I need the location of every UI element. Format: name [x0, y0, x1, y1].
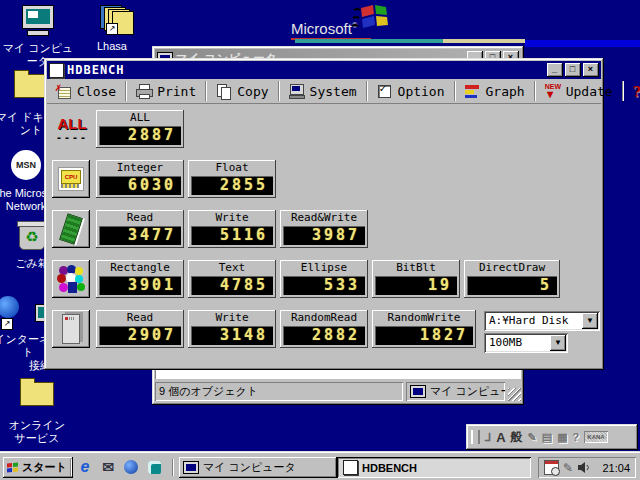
- ime-help-icon[interactable]: ?: [573, 431, 580, 443]
- hdbench-toolbar: ✗ Close Print Copy: [47, 79, 601, 104]
- shortcut-arrow-icon: ↗: [1, 318, 13, 330]
- ime-pen-icon[interactable]: ✎: [563, 461, 573, 475]
- wallpaper-microsoft-logo: Microsoft®: [291, 20, 358, 37]
- ime-pause-icon[interactable]: ⅃: [485, 431, 491, 444]
- maximize-button[interactable]: □: [565, 63, 581, 77]
- desktop-icon-label: Lhasa: [75, 40, 149, 53]
- drive-select-combobox[interactable]: A:¥Hard Disk ▼: [484, 311, 600, 331]
- checkbox-checked-icon: ✓: [377, 84, 392, 98]
- status-object-count: 9 個のオブジェクト: [155, 382, 403, 401]
- task-button-my-computer[interactable]: マイ コンピュータ: [179, 457, 337, 478]
- bench-panel-ellipse: Ellipse 533: [280, 260, 368, 298]
- hdbench-titlebar: HDBENCH _ □ ×: [47, 61, 601, 79]
- bench-panel-all: ALL 2887: [96, 110, 184, 148]
- cpu-category-icon: CPU: [52, 160, 90, 198]
- bar-graph-icon: [465, 84, 480, 98]
- bench-panel-rectangle: Rectangle 3901: [96, 260, 184, 298]
- graphics-category-icon: [52, 260, 90, 298]
- mail-icon[interactable]: ✉: [99, 458, 117, 476]
- copy-pages-icon: [216, 84, 231, 98]
- all-category-icon: ALL ----: [52, 110, 92, 148]
- bench-panel-float: Float 2855: [188, 160, 276, 198]
- bench-panel-disk-write: Write 3148: [188, 310, 276, 348]
- led-display: 4785: [191, 276, 273, 295]
- led-display: 5116: [191, 226, 273, 245]
- led-display: 2907: [99, 326, 181, 345]
- resize-grip[interactable]: [508, 388, 521, 401]
- hdbench-app-icon: [49, 63, 64, 78]
- hdbench-app-icon: [343, 460, 358, 475]
- system-tray: ✎ 21:04: [538, 457, 636, 478]
- ime-kana-button[interactable]: KANA: [584, 431, 607, 443]
- bench-panel-mem-readwrite: Read&Write 3987: [280, 210, 368, 248]
- window-title: HDBENCH: [67, 63, 125, 77]
- led-display: 1827: [375, 326, 473, 345]
- bench-panel-mem-read: Read 3477: [96, 210, 184, 248]
- led-display: 2855: [191, 176, 273, 195]
- ime-screen-icon[interactable]: ▦: [557, 431, 567, 444]
- disk-category-icon: [52, 310, 90, 348]
- ime-brush-icon[interactable]: ✎: [528, 431, 537, 444]
- taskbar: スタート e ✉ マイ コンピュータ HDBENCH ✎: [0, 452, 640, 480]
- copy-button[interactable]: Copy: [207, 79, 277, 103]
- wallpaper-stripe-tan: [443, 39, 525, 43]
- led-display: 2887: [99, 126, 181, 145]
- quick-launch: e ✉: [76, 458, 163, 476]
- led-display: 533: [283, 276, 365, 295]
- bench-panel-bitblt: BitBlt 19: [372, 260, 460, 298]
- taskbar-separator: [172, 459, 174, 476]
- ime-toolbar: ⅃ A 般 ✎ ▤ ▦ ? KANA: [466, 424, 638, 450]
- online-services-icon: [0, 382, 74, 416]
- led-display: 3477: [99, 226, 181, 245]
- bench-panel-randomread: RandomRead 2882: [280, 310, 368, 348]
- led-display: 6030: [99, 176, 181, 195]
- minimize-button[interactable]: _: [547, 63, 563, 77]
- print-button[interactable]: Print: [127, 79, 205, 103]
- globe-icon[interactable]: [122, 458, 140, 476]
- desktop: Microsoft® マイ コンピュータ ↗ Lhasa マイ ドキュメント: [0, 0, 640, 480]
- task-button-hdbench[interactable]: HDBENCH: [337, 457, 531, 478]
- led-display: 19: [375, 276, 457, 295]
- ime-conversion-mode-button[interactable]: 般: [511, 429, 523, 446]
- desktop-icon-online-services[interactable]: オンライン サービス: [0, 374, 74, 445]
- system-info-button[interactable]: System: [280, 79, 366, 103]
- bench-panel-directdraw: DirectDraw 5: [464, 260, 560, 298]
- help-question-icon: ?: [633, 84, 640, 98]
- update-button[interactable]: NEW ▼ Update: [536, 79, 622, 103]
- my-computer-icon: [1, 5, 75, 39]
- speaker-icon[interactable]: [577, 462, 590, 473]
- bench-panel-randomwrite: RandomWrite 1827: [372, 310, 476, 348]
- close-benchmark-button[interactable]: ✗ Close: [47, 79, 125, 103]
- option-button[interactable]: ✓ Option: [368, 79, 454, 103]
- ime-pad-icon[interactable]: ▤: [542, 431, 552, 444]
- desktop-icon-lhasa[interactable]: ↗ Lhasa: [75, 3, 149, 53]
- ime-input-mode-button[interactable]: A: [496, 430, 505, 445]
- wallpaper-stripe-blue: [525, 40, 640, 47]
- close-icon: ✗: [56, 84, 71, 98]
- start-button[interactable]: スタート: [3, 457, 73, 478]
- desktop-icon-label: オンライン: [0, 419, 74, 432]
- printer-icon: [136, 84, 151, 98]
- computer-icon: [289, 84, 304, 98]
- led-display: 2882: [283, 326, 365, 345]
- internet-explorer-icon[interactable]: e: [76, 458, 94, 476]
- bench-panel-integer: Integer 6030: [96, 160, 184, 198]
- led-display: 5: [467, 276, 557, 295]
- task-scheduler-icon[interactable]: [544, 460, 559, 475]
- taskbar-separator: [70, 459, 72, 476]
- desktop-icon-label: サービス: [0, 432, 74, 445]
- chevron-down-icon[interactable]: ▼: [550, 335, 566, 351]
- clock: 21:04: [602, 462, 630, 474]
- bench-panel-text: Text 4785: [188, 260, 276, 298]
- graph-button[interactable]: Graph: [456, 79, 534, 103]
- new-update-icon: NEW ▼: [545, 84, 560, 98]
- ime-drag-handle[interactable]: [471, 430, 480, 444]
- channels-icon[interactable]: [145, 458, 163, 476]
- bench-label: ALL: [96, 110, 184, 126]
- bench-panel-disk-read: Read 2907: [96, 310, 184, 348]
- chevron-down-icon[interactable]: ▼: [582, 313, 598, 329]
- size-select-combobox[interactable]: 100MB ▼: [484, 333, 568, 353]
- close-button[interactable]: ×: [583, 63, 599, 77]
- help-button[interactable]: ? Help: [624, 79, 640, 103]
- lhasa-archive-icon: ↗: [75, 3, 149, 37]
